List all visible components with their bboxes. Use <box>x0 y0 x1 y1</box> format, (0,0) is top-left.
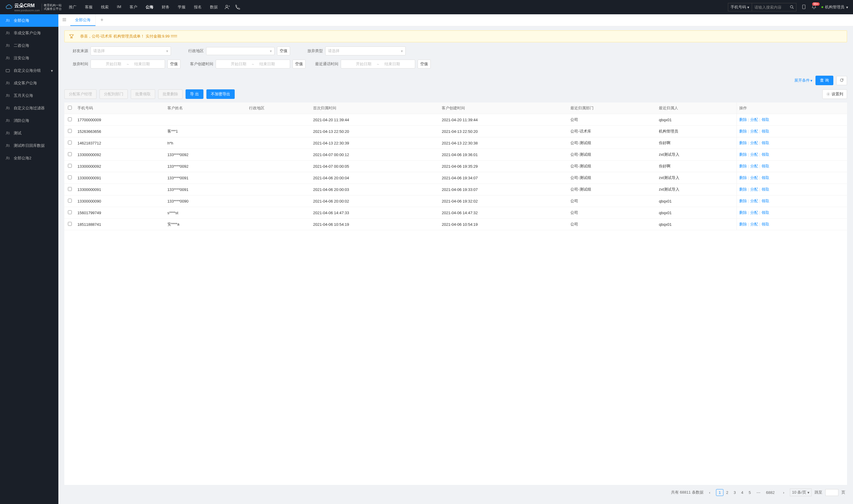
search-icon[interactable] <box>790 5 794 10</box>
row-select[interactable] <box>68 199 72 202</box>
assign-dept-button[interactable]: 分配到部门 <box>99 89 128 99</box>
page-next[interactable]: › <box>780 489 787 496</box>
row-select[interactable] <box>68 118 72 121</box>
search-type-select[interactable]: 手机号码 ▾ <box>728 3 752 11</box>
page-last[interactable]: 6882 <box>763 489 777 496</box>
row-select[interactable] <box>68 164 72 168</box>
row-select[interactable] <box>68 222 72 226</box>
friend-source-select[interactable]: 请选择▾ <box>91 47 171 55</box>
page-number[interactable]: 1 <box>716 489 723 496</box>
page-number[interactable]: 3 <box>731 489 738 496</box>
op-delete[interactable]: 删除 <box>739 176 747 180</box>
nav-item[interactable]: IM <box>116 4 122 10</box>
sidebar-item[interactable]: 全部公海 <box>0 14 58 27</box>
assign-mgr-button[interactable]: 分配客户经理 <box>64 89 96 99</box>
nav-item[interactable]: 推广 <box>68 4 78 10</box>
op-assign[interactable]: 分配 <box>750 199 758 203</box>
device-icon[interactable] <box>801 4 806 11</box>
refresh-button[interactable] <box>836 76 847 85</box>
op-delete[interactable]: 删除 <box>739 187 747 192</box>
row-select[interactable] <box>68 141 72 144</box>
op-assign[interactable]: 分配 <box>750 187 758 192</box>
row-select[interactable] <box>68 152 72 156</box>
export-button[interactable]: 导 出 <box>185 89 203 99</box>
notification-icon[interactable]: 99+ <box>811 4 817 11</box>
batch-claim-button[interactable]: 批量领取 <box>131 89 155 99</box>
nav-item[interactable]: 财务 <box>161 4 171 10</box>
op-claim[interactable]: 领取 <box>762 187 769 192</box>
export-plain-button[interactable]: 不加密导出 <box>206 89 235 99</box>
op-claim[interactable]: 领取 <box>762 210 769 215</box>
op-delete[interactable]: 删除 <box>739 222 747 227</box>
op-delete[interactable]: 删除 <box>739 210 747 215</box>
call-time-range[interactable]: 开始日期~结束日期 <box>341 59 415 69</box>
sidebar-item[interactable]: 非成交客户公海 <box>0 27 58 39</box>
op-delete[interactable]: 删除 <box>739 129 747 133</box>
op-delete[interactable]: 删除 <box>739 118 747 122</box>
create-time-null[interactable]: 空值 <box>292 59 306 69</box>
nav-item[interactable]: 客服 <box>84 4 94 10</box>
abandon-time-null[interactable]: 空值 <box>167 59 181 69</box>
op-assign[interactable]: 分配 <box>750 141 758 145</box>
sidebar-item[interactable]: 全部公海2 <box>0 152 58 164</box>
sidebar-item[interactable]: 二咨公海 <box>0 39 58 52</box>
op-delete[interactable]: 删除 <box>739 164 747 168</box>
sidebar-item[interactable]: 消防公海 <box>0 114 58 127</box>
tab-current[interactable]: 全部公海 <box>70 14 96 26</box>
global-search[interactable]: 手机号码 ▾ <box>728 3 796 11</box>
op-assign[interactable]: 分配 <box>750 152 758 157</box>
sidebar-item[interactable]: 五月天公海 <box>0 89 58 102</box>
nav-item[interactable]: 客户 <box>128 4 139 10</box>
op-claim[interactable]: 领取 <box>762 222 769 227</box>
op-assign[interactable]: 分配 <box>750 210 758 215</box>
op-assign[interactable]: 分配 <box>750 176 758 180</box>
op-claim[interactable]: 领取 <box>762 176 769 180</box>
abandon-type-select[interactable]: 请选择▾ <box>325 47 406 55</box>
op-claim[interactable]: 领取 <box>762 164 769 168</box>
nav-item[interactable]: 线索 <box>100 4 110 10</box>
sidebar-item[interactable]: 自定义公海过滤器 <box>0 102 58 114</box>
expand-filters[interactable]: 展开条件 ▾ <box>794 78 813 83</box>
call-time-null[interactable]: 空值 <box>418 59 431 69</box>
sidebar-item[interactable]: 测试 <box>0 127 58 139</box>
page-number[interactable]: 4 <box>739 489 746 496</box>
row-select[interactable] <box>68 129 72 133</box>
op-delete[interactable]: 删除 <box>739 152 747 157</box>
query-button[interactable]: 查 询 <box>815 76 833 85</box>
tabs-list-icon[interactable] <box>58 17 70 23</box>
region-select[interactable]: ▾ <box>206 47 275 55</box>
select-all[interactable] <box>68 106 72 110</box>
op-assign[interactable]: 分配 <box>750 129 758 133</box>
phone-icon[interactable] <box>234 4 240 10</box>
sidebar-item[interactable]: 自定义公海分组▾ <box>0 64 58 77</box>
row-select[interactable] <box>68 210 72 214</box>
op-delete[interactable]: 删除 <box>739 141 747 145</box>
nav-item[interactable]: 数据 <box>209 4 219 10</box>
op-claim[interactable]: 领取 <box>762 141 769 145</box>
user-menu[interactable]: 机构管理员 ▾ <box>821 4 848 10</box>
batch-del-button[interactable]: 批量删除 <box>158 89 183 99</box>
sidebar-item[interactable]: 测试昨日回库数据 <box>0 139 58 152</box>
settings-columns-button[interactable]: 设置列 <box>822 89 847 99</box>
abandon-time-range[interactable]: 开始日期~结束日期 <box>91 59 165 69</box>
page-prev[interactable]: ‹ <box>706 489 713 496</box>
op-assign[interactable]: 分配 <box>750 118 758 122</box>
nav-item[interactable]: 学服 <box>177 4 187 10</box>
op-claim[interactable]: 领取 <box>762 129 769 133</box>
page-number[interactable]: 2 <box>723 489 731 496</box>
op-delete[interactable]: 删除 <box>739 199 747 203</box>
create-time-range[interactable]: 开始日期~结束日期 <box>216 59 290 69</box>
op-assign[interactable]: 分配 <box>750 222 758 227</box>
op-claim[interactable]: 领取 <box>762 152 769 157</box>
sidebar-item[interactable]: 注安公海 <box>0 52 58 64</box>
tab-add[interactable]: + <box>96 17 108 23</box>
sidebar-item[interactable]: 成交客户公海 <box>0 77 58 89</box>
row-select[interactable] <box>68 187 72 191</box>
jump-input[interactable] <box>825 489 838 496</box>
nav-item[interactable]: 公海 <box>144 4 155 10</box>
op-assign[interactable]: 分配 <box>750 164 758 168</box>
page-number[interactable]: 5 <box>746 489 754 496</box>
region-null[interactable]: 空值 <box>277 47 290 55</box>
nav-item[interactable]: 报名 <box>193 4 203 10</box>
op-claim[interactable]: 领取 <box>762 199 769 203</box>
